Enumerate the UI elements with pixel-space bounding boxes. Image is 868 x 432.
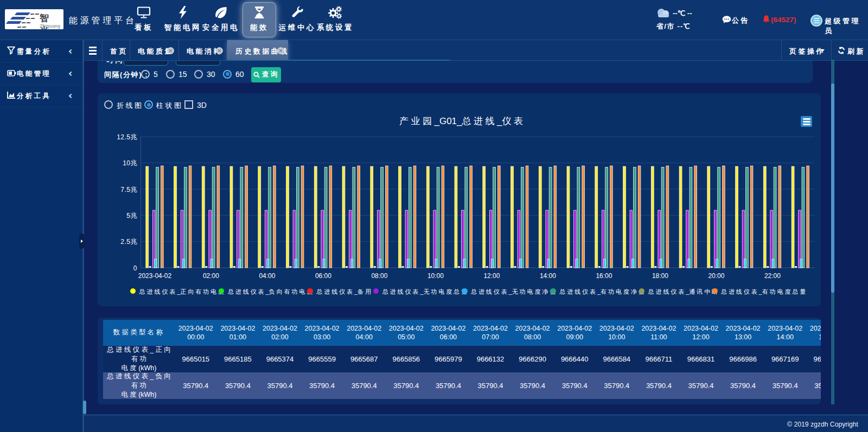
svg-text:10:00: 10:00: [427, 272, 444, 280]
svg-text:7.5兆: 7.5兆: [120, 186, 137, 194]
svg-text:16:00: 16:00: [596, 272, 612, 280]
svg-text:22:00: 22:00: [764, 272, 781, 280]
svg-text:12:00: 12:00: [483, 272, 500, 280]
svg-text:06:00: 06:00: [315, 272, 331, 280]
svg-text:20:00: 20:00: [708, 272, 724, 280]
svg-text:12.5兆: 12.5兆: [117, 133, 137, 141]
svg-text:10兆: 10兆: [123, 159, 137, 167]
svg-text:2.5兆: 2.5兆: [120, 238, 137, 246]
svg-text:02:00: 02:00: [203, 272, 219, 280]
svg-text:04:00: 04:00: [259, 272, 275, 280]
svg-text:0: 0: [133, 265, 137, 272]
svg-text:2023-04-02: 2023-04-02: [138, 272, 172, 280]
svg-text:5兆: 5兆: [126, 212, 137, 220]
svg-text:18:00: 18:00: [652, 272, 668, 280]
svg-text:14:00: 14:00: [540, 272, 556, 280]
svg-text:08:00: 08:00: [371, 272, 387, 280]
